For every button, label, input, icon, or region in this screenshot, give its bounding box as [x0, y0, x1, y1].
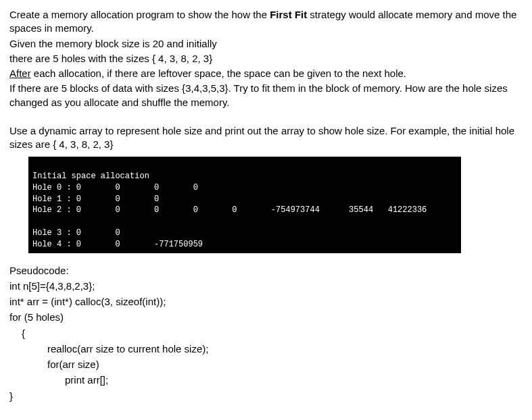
terminal-line: Hole 3 : 0 0 [32, 228, 120, 238]
pseudocode-line: print arr[]; [9, 372, 523, 388]
pseudocode-block: Pseudocode: int n[5]={4,3,8,2,3}; int* a… [9, 263, 523, 404]
text-part: each allocation, if there are leftover s… [31, 68, 406, 79]
after-underlined: After [9, 68, 31, 79]
terminal-output: Initial space allocation Hole 0 : 0 0 0 … [28, 157, 461, 253]
hint-text: Use a dynamic array to represent hole si… [9, 124, 523, 152]
problem-statement-1: Create a memory allocation program to sh… [9, 8, 523, 36]
pseudocode-line: for(arr size) [9, 357, 523, 372]
problem-statement-3: there are 5 holes with the sizes { 4, 3,… [9, 52, 523, 65]
pseudocode-line: int* arr = (int*) calloc(3, sizeof(int))… [9, 294, 523, 309]
pseudocode-line: for (5 holes) [9, 309, 523, 325]
terminal-line: Initial space allocation [32, 172, 149, 181]
problem-statement-5: If there are 5 blocks of data with sizes… [9, 82, 523, 109]
pseudocode-line: realloc(arr size to current hole size); [9, 341, 523, 357]
pseudocode-line: } [9, 388, 523, 404]
terminal-line: Hole 2 : 0 0 0 0 0 -754973744 35544 4122… [32, 205, 505, 215]
terminal-line: Hole 0 : 0 0 0 0 [32, 183, 198, 192]
text-part: Create a memory allocation program to sh… [9, 9, 270, 20]
problem-statement-2: Given the memory block size is 20 and in… [9, 37, 523, 51]
pseudocode-line: { [9, 325, 523, 341]
pseudocode-line: int n[5]={4,3,8,2,3}; [9, 278, 523, 294]
first-fit-emphasis: First Fit [270, 9, 307, 20]
problem-statement-4: After each allocation, if there are left… [9, 67, 523, 80]
terminal-line: Hole 4 : 0 0 -771750959 [32, 240, 203, 249]
terminal-line: Hole 1 : 0 0 0 [32, 194, 159, 204]
pseudocode-label: Pseudocode: [9, 263, 523, 278]
